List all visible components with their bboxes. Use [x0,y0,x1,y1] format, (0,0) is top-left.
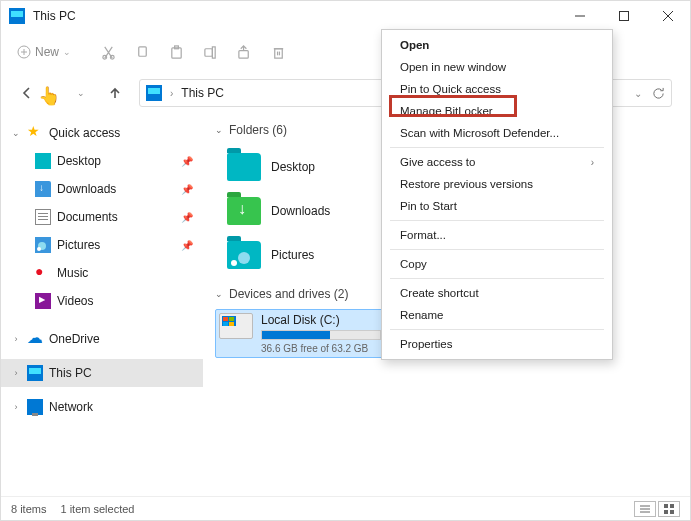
drive-local-c[interactable]: Local Disk (C:) 36.6 GB free of 63.2 GB [215,309,389,358]
chevron-right-icon: › [170,88,173,99]
folder-icon [227,241,261,269]
menu-separator [390,278,604,279]
music-icon [35,265,51,281]
chevron-down-icon: ⌄ [215,125,223,135]
sidebar-item-label: This PC [49,366,92,380]
sidebar-item-label: Quick access [49,126,120,140]
sidebar-item-music[interactable]: Music [1,259,203,287]
context-menu: Open Open in new window Pin to Quick acc… [381,29,613,360]
menu-restore-previous[interactable]: Restore previous versions [382,173,612,195]
sidebar-item-desktop[interactable]: Desktop📌 [1,147,203,175]
menu-create-shortcut[interactable]: Create shortcut [382,282,612,304]
sidebar-thispc[interactable]: ›This PC [1,359,203,387]
delete-icon[interactable] [261,37,295,67]
chevron-down-icon[interactable]: ⌄ [634,88,642,99]
chevron-right-icon: › [591,157,594,168]
status-item-count: 8 items [11,503,46,515]
sidebar-item-label: Downloads [57,182,116,196]
svg-rect-14 [238,50,247,58]
copy-icon[interactable] [125,37,159,67]
rename-icon[interactable] [193,37,227,67]
cut-icon[interactable] [91,37,125,67]
menu-separator [390,147,604,148]
maximize-button[interactable] [602,1,646,31]
app-icon [9,8,25,24]
downloads-icon [35,181,51,197]
chevron-right-icon[interactable]: › [11,402,21,412]
menu-label: Open [400,39,429,51]
new-button-label: New [35,45,59,59]
chevron-right-icon[interactable]: › [11,334,21,344]
folder-label: Pictures [271,248,314,262]
sidebar-item-videos[interactable]: Videos [1,287,203,315]
sidebar-item-downloads[interactable]: Downloads📌 [1,175,203,203]
up-button[interactable] [101,79,129,107]
sidebar-item-label: OneDrive [49,332,100,346]
sidebar-item-label: Music [57,266,88,280]
pin-icon: 📌 [181,184,193,195]
svg-rect-24 [664,510,668,514]
menu-copy[interactable]: Copy [382,253,612,275]
drive-usage-bar [261,330,381,340]
svg-rect-13 [212,46,215,57]
pin-icon: 📌 [181,156,193,167]
menu-properties[interactable]: Properties [382,333,612,355]
dropdown-icon[interactable]: ⌄ [67,79,95,107]
sidebar-item-label: Desktop [57,154,101,168]
share-icon[interactable] [227,37,261,67]
svg-rect-25 [670,510,674,514]
address-location: This PC [181,86,224,100]
sidebar-onedrive[interactable]: ›OneDrive [1,325,203,353]
svg-rect-15 [274,48,282,57]
videos-icon [35,293,51,309]
menu-separator [390,249,604,250]
pin-icon: 📌 [181,212,193,223]
view-icons-button[interactable] [658,501,680,517]
sidebar-item-pictures[interactable]: Pictures📌 [1,231,203,259]
menu-pin-quick-access[interactable]: Pin to Quick access [382,78,612,100]
menu-open[interactable]: Open [382,34,612,56]
menu-manage-bitlocker[interactable]: Manage BitLocker [382,100,612,122]
refresh-icon[interactable] [652,87,665,100]
window-title: This PC [33,9,558,23]
menu-pin-to-start[interactable]: Pin to Start [382,195,612,217]
paste-icon[interactable] [159,37,193,67]
sidebar-quick-access[interactable]: ⌄ Quick access [1,119,203,147]
thispc-icon [27,365,43,381]
minimize-button[interactable] [558,1,602,31]
new-button[interactable]: New ⌄ [11,45,77,59]
pictures-icon [35,237,51,253]
status-selected-count: 1 item selected [60,503,134,515]
svg-rect-22 [664,504,668,508]
sidebar-item-label: Network [49,400,93,414]
menu-format[interactable]: Format... [382,224,612,246]
close-button[interactable] [646,1,690,31]
menu-give-access-to[interactable]: Give access to› [382,151,612,173]
sidebar-network[interactable]: ›Network [1,393,203,421]
svg-rect-23 [670,504,674,508]
chevron-down-icon: ⌄ [215,289,223,299]
drive-free-text: 36.6 GB free of 63.2 GB [261,343,381,354]
menu-separator [390,220,604,221]
sidebar-item-label: Pictures [57,238,100,252]
menu-rename[interactable]: Rename [382,304,612,326]
sidebar-item-documents[interactable]: Documents📌 [1,203,203,231]
folder-icon [227,153,261,181]
chevron-down-icon[interactable]: ⌄ [11,128,21,138]
group-label: Folders (6) [229,123,287,137]
view-details-button[interactable] [634,501,656,517]
chevron-right-icon[interactable]: › [11,368,21,378]
star-icon [27,125,43,141]
svg-rect-9 [138,46,146,55]
menu-scan-defender[interactable]: Scan with Microsoft Defender... [382,122,612,144]
network-icon [27,399,43,415]
back-button[interactable] [13,79,41,107]
pin-icon: 📌 [181,240,193,251]
sidebar-item-label: Videos [57,294,93,308]
folder-label: Downloads [271,204,330,218]
menu-separator [390,329,604,330]
menu-label: Give access to [400,156,475,168]
onedrive-icon [27,331,43,347]
thispc-icon [146,85,162,101]
menu-open-new-window[interactable]: Open in new window [382,56,612,78]
